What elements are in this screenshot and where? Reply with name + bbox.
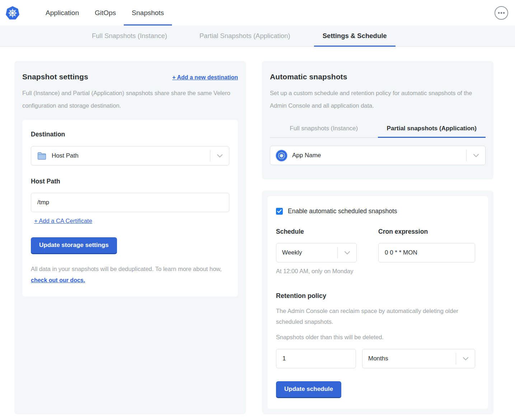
main-content: Snapshot settings + Add a new destinatio…: [0, 47, 515, 420]
schedule-interval-select[interactable]: Weekly: [276, 243, 357, 262]
retention-unit-value: Months: [368, 355, 388, 362]
schedule-column: Schedule Weekly At 12:00 AM, only on Mon…: [276, 228, 357, 276]
enable-snapshots-checkbox[interactable]: [276, 208, 283, 215]
cron-readable-text: At 12:00 AM, only on Monday: [276, 267, 357, 276]
top-nav: Application GitOps Snapshots: [0, 0, 515, 25]
tab-auto-full-snapshots[interactable]: Full snapshots (Instance): [270, 121, 378, 137]
enable-snapshots-label: Enable automatic scheduled snapshots: [288, 207, 397, 215]
add-ca-certificate-link[interactable]: + Add a CA Certificate: [34, 218, 92, 224]
destination-label: Destination: [31, 131, 229, 138]
destination-value: Host Path: [52, 152, 79, 159]
snapshot-settings-title: Snapshot settings: [22, 73, 88, 81]
schedule-select-right: [337, 243, 356, 262]
app-select[interactable]: App Name: [270, 146, 486, 165]
snapshots-subnav: Full Snapshots (Instance) Partial Snapsh…: [0, 25, 515, 47]
cron-expression-input[interactable]: [378, 243, 475, 262]
storage-settings-card: Destination Host Path Host Path: [22, 120, 238, 297]
add-new-destination-link[interactable]: + Add a new destination: [172, 74, 238, 81]
snapshot-settings-description: Full (Instance) and Partial (Application…: [22, 87, 238, 112]
host-path-label: Host Path: [31, 178, 229, 185]
retention-hint: Snapshots older than this will be delete…: [276, 333, 479, 341]
destination-select[interactable]: Host Path: [31, 146, 229, 165]
cron-expression-label: Cron expression: [378, 228, 475, 235]
nav-gitops[interactable]: GitOps: [87, 0, 124, 25]
chevron-down-icon: [338, 251, 356, 255]
schedule-outer-panel: Enable automatic scheduled snapshots Sch…: [262, 191, 493, 414]
destination-select-right: [210, 146, 229, 165]
retention-row: Months: [276, 349, 479, 368]
automatic-snapshots-tabs: Full snapshots (Instance) Partial snapsh…: [270, 121, 486, 138]
docs-link[interactable]: check out our docs.: [31, 277, 85, 283]
kubernetes-logo-icon: [5, 5, 20, 21]
tab-settings-schedule[interactable]: Settings & Schedule: [314, 25, 395, 46]
retention-policy-title: Retention policy: [276, 292, 479, 300]
app-select-right: [466, 146, 485, 165]
folder-icon: [37, 152, 47, 160]
chevron-down-icon: [210, 154, 229, 158]
automatic-snapshots-panel: Automatic snapshots Set up a custom sche…: [262, 61, 493, 179]
dedup-note: All data in your snapshots will be dedup…: [31, 263, 229, 286]
retention-unit-select[interactable]: Months: [362, 349, 475, 368]
snapshot-settings-panel: Snapshot settings + Add a new destinatio…: [14, 61, 246, 414]
cron-column: Cron expression: [378, 228, 475, 276]
update-schedule-button[interactable]: Update schedule: [276, 381, 341, 398]
dedup-note-text: All data in your snapshots will be dedup…: [31, 266, 222, 272]
app-kubernetes-icon: [276, 150, 287, 161]
schedule-cron-grid: Schedule Weekly At 12:00 AM, only on Mon…: [276, 228, 479, 276]
automatic-snapshots-description: Set up a custom schedule and retention p…: [270, 87, 486, 112]
right-column: Automatic snapshots Set up a custom sche…: [262, 61, 493, 414]
host-path-input[interactable]: [31, 193, 229, 212]
nav-snapshots[interactable]: Snapshots: [124, 0, 172, 25]
primary-nav: Application GitOps Snapshots: [38, 0, 172, 25]
tab-full-snapshots-instance[interactable]: Full Snapshots (Instance): [83, 25, 176, 46]
retention-policy-description: The Admin Console can reclaim space by a…: [276, 305, 479, 327]
app-select-value: App Name: [292, 152, 321, 159]
tab-auto-partial-snapshots[interactable]: Partial snapshots (Application): [378, 121, 486, 137]
snapshot-settings-header: Snapshot settings + Add a new destinatio…: [22, 70, 238, 81]
schedule-label: Schedule: [276, 228, 357, 235]
retention-unit-right: [456, 349, 475, 368]
retention-value-input[interactable]: [276, 349, 356, 368]
automatic-snapshots-title: Automatic snapshots: [270, 73, 486, 81]
enable-snapshots-row: Enable automatic scheduled snapshots: [276, 207, 479, 215]
nav-application[interactable]: Application: [38, 0, 87, 25]
schedule-card: Enable automatic scheduled snapshots Sch…: [267, 196, 488, 409]
schedule-interval-value: Weekly: [282, 249, 302, 256]
chevron-down-icon: [456, 357, 475, 361]
chevron-down-icon: [467, 154, 485, 158]
update-storage-settings-button[interactable]: Update storage settings: [31, 237, 117, 254]
tab-partial-snapshots-application[interactable]: Partial Snapshots (Application): [191, 25, 299, 46]
ellipsis-menu-icon[interactable]: [494, 6, 509, 20]
